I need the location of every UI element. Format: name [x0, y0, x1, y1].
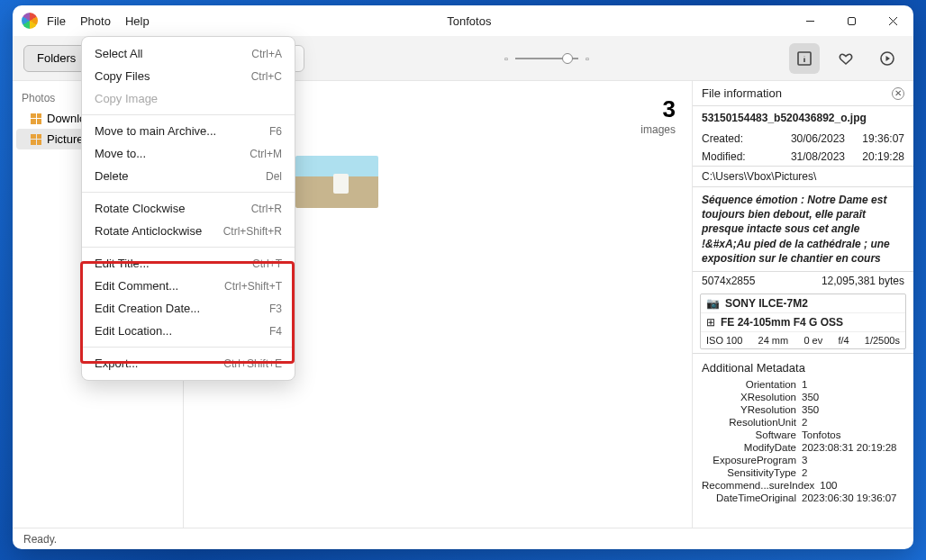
- window-title: Tonfotos: [150, 14, 789, 28]
- metadata-value: 3: [802, 455, 904, 465]
- menu-item[interactable]: Move to...Ctrl+M: [82, 142, 295, 165]
- menu-item[interactable]: Select AllCtrl+A: [82, 42, 295, 65]
- metadata-key: SensitivityType: [702, 467, 802, 478]
- maximize-button[interactable]: [831, 5, 872, 36]
- exif-settings: ISO 100 24 mm 0 ev f/4 1/2500s: [701, 332, 905, 348]
- menu-item-shortcut: F4: [269, 325, 282, 338]
- menu-item[interactable]: Rotate AnticlockwiseCtrl+Shift+R: [82, 220, 295, 242]
- titlebar: File Photo Help Tonfotos: [13, 5, 913, 36]
- image-count-label: images: [640, 123, 676, 136]
- menu-item[interactable]: DeleteDel: [82, 165, 295, 187]
- info-modified-row: Modified: 31/08/2023 20:19:28: [693, 148, 913, 166]
- metadata-value: 2023:06:30 19:36:07: [802, 492, 904, 503]
- info-panel: File information ✕ 53150154483_b52043689…: [692, 81, 913, 528]
- info-modified-time: 20:19:28: [850, 150, 904, 163]
- menu-item-label: Move to...: [95, 147, 146, 160]
- menu-item-shortcut: Ctrl+C: [251, 70, 282, 83]
- info-panel-heading: File information: [702, 86, 782, 100]
- metadata-row: Recommend...sureIndex100: [693, 479, 913, 492]
- metadata-row: Orientation1: [693, 378, 913, 391]
- thumbnail[interactable]: [295, 156, 378, 208]
- metadata-row: SensitivityType2: [693, 466, 913, 479]
- menu-item[interactable]: Move to main Archive...F6: [82, 120, 295, 142]
- menu-item[interactable]: Edit Title...Ctrl+T: [82, 252, 295, 275]
- menu-item-label: Edit Location...: [95, 324, 172, 338]
- metadata-value: 350: [802, 404, 904, 415]
- menubar: File Photo Help: [47, 14, 150, 28]
- metadata-key: ExposureProgram: [702, 455, 802, 465]
- info-size-row: 5074x2855 12,095,381 bytes: [693, 272, 913, 290]
- tab-folders[interactable]: Folders: [23, 45, 89, 72]
- metadata-key: ModifyDate: [702, 442, 802, 453]
- metadata-row: DateTimeOriginal2023:06:30 19:36:07: [693, 492, 913, 504]
- metadata-value: 350: [802, 392, 904, 402]
- exif-aperture: f/4: [838, 335, 849, 346]
- info-filesize: 12,095,381 bytes: [760, 275, 904, 287]
- info-dimensions: 5074x2855: [702, 275, 755, 287]
- info-description: Séquence émotion : Notre Dame est toujou…: [693, 187, 913, 271]
- metadata-list: Orientation1XResolution350YResolution350…: [693, 378, 913, 504]
- metadata-row: ModifyDate2023:08:31 20:19:28: [693, 441, 913, 454]
- svg-rect-1: [848, 17, 855, 24]
- exif-iso: ISO 100: [706, 335, 742, 346]
- app-icon: [22, 13, 38, 29]
- info-created-time: 19:36:07: [850, 132, 904, 145]
- close-button[interactable]: [872, 5, 913, 36]
- metadata-heading: Additional Metadata: [693, 354, 913, 378]
- menu-item[interactable]: Edit Location...F4: [82, 320, 295, 342]
- metadata-row: ResolutionUnit2: [693, 416, 913, 429]
- menu-item-shortcut: F3: [269, 303, 282, 315]
- image-count-number: 3: [640, 95, 676, 123]
- folder-grid-icon: [31, 134, 41, 145]
- minimize-button[interactable]: [789, 5, 831, 36]
- metadata-value: 2023:08:31 20:19:28: [802, 442, 904, 453]
- metadata-key: Orientation: [702, 379, 802, 390]
- app-window: File Photo Help Tonfotos Folders People …: [13, 5, 913, 549]
- metadata-key: DateTimeOriginal: [702, 492, 802, 503]
- menu-item-shortcut: Ctrl+Shift+T: [224, 280, 282, 293]
- menu-item-label: Export...: [95, 357, 138, 370]
- menu-item-label: Edit Comment...: [95, 279, 178, 293]
- menu-item[interactable]: Edit Comment...Ctrl+Shift+T: [82, 275, 295, 297]
- exif-shutter: 1/2500s: [865, 335, 900, 346]
- menu-item-shortcut: F6: [269, 125, 282, 138]
- metadata-row: SoftwareTonfotos: [693, 429, 913, 441]
- info-filepath: C:\Users\Vbox\Pictures\: [693, 167, 913, 186]
- menu-item[interactable]: Edit Creation Date...F3: [82, 297, 295, 320]
- info-panel-toggle[interactable]: [789, 43, 820, 74]
- exif-focal: 24 mm: [758, 335, 789, 346]
- lens-icon: ⊞: [706, 316, 715, 329]
- menu-item[interactable]: Rotate ClockwiseCtrl+R: [82, 197, 295, 220]
- favorite-button[interactable]: [831, 43, 861, 74]
- menu-item[interactable]: Export...Ctrl+Shift+E: [82, 352, 295, 375]
- photo-menu-dropdown: Select AllCtrl+ACopy FilesCtrl+CCopy Ima…: [81, 36, 295, 381]
- info-created-label: Created:: [702, 132, 756, 145]
- metadata-key: ResolutionUnit: [702, 417, 802, 428]
- metadata-key: Recommend...sureIndex: [702, 480, 820, 491]
- thumbnail-size-slider[interactable]: ▫ ▫: [504, 53, 589, 64]
- metadata-value: 2: [802, 467, 904, 478]
- menu-help[interactable]: Help: [125, 14, 150, 28]
- menu-item-label: Delete: [95, 169, 129, 183]
- menu-item-shortcut: Ctrl+Shift+E: [223, 357, 282, 370]
- menu-item-shortcut: Ctrl+M: [250, 148, 282, 160]
- image-count: 3 images: [640, 95, 676, 136]
- menu-photo[interactable]: Photo: [80, 14, 111, 28]
- menu-item-label: Select All: [95, 47, 142, 60]
- play-button[interactable]: [872, 43, 903, 74]
- menu-item-label: Copy Image: [95, 92, 158, 105]
- info-modified-date: 31/08/2023: [761, 150, 845, 163]
- menu-item: Copy Image: [82, 87, 295, 110]
- menu-item[interactable]: Copy FilesCtrl+C: [82, 65, 295, 87]
- metadata-value: 100: [820, 480, 913, 491]
- metadata-key: YResolution: [702, 404, 802, 415]
- info-panel-close-icon[interactable]: ✕: [892, 87, 904, 100]
- window-controls: [789, 5, 913, 36]
- metadata-key: Software: [702, 429, 802, 440]
- menu-item-shortcut: Ctrl+A: [251, 48, 282, 60]
- menu-item-shortcut: Ctrl+T: [252, 257, 282, 270]
- info-modified-label: Modified:: [702, 150, 756, 163]
- menu-item-shortcut: Ctrl+R: [251, 203, 282, 215]
- menu-file[interactable]: File: [47, 14, 66, 28]
- menu-item-label: Rotate Clockwise: [95, 202, 185, 215]
